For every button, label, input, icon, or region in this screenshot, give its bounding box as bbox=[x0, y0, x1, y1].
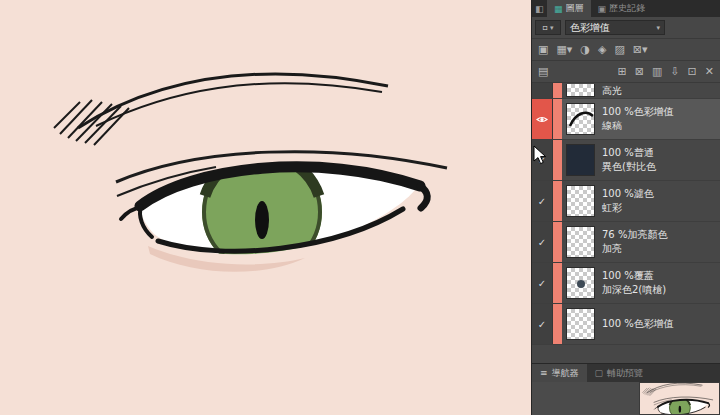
layer-row-darken-airbrush[interactable]: ✓ 100 %覆蓋 加深色2(噴槍) bbox=[532, 263, 720, 304]
layers-palette: ◧ ▦ 圖層 ▣ 歷史記錄 ▫ ▾ 色彩增值 ▾ ▣ ▦▾ bbox=[531, 0, 720, 415]
layer-blend-info: 100 %色彩增值 bbox=[602, 105, 716, 119]
check-icon: ✓ bbox=[538, 278, 546, 289]
navigator-tab-label: 導航器 bbox=[552, 367, 579, 380]
layer-row-highlight[interactable]: 高光 bbox=[532, 83, 720, 99]
navigator-preview-area[interactable] bbox=[532, 382, 720, 415]
layer-blend-info: 100 %濾色 bbox=[602, 187, 716, 201]
layer-color-strip bbox=[553, 99, 562, 139]
layer-row-dodge[interactable]: ✓ 76 %加亮顏色 加亮 bbox=[532, 222, 720, 263]
layer-color-strip bbox=[553, 304, 562, 344]
layer-name: 高光 bbox=[602, 84, 716, 98]
layer-blend-info: 100 %覆蓋 bbox=[602, 269, 716, 283]
visibility-toggle[interactable] bbox=[532, 99, 553, 139]
subview-tab-label: 輔助預覽 bbox=[607, 367, 643, 380]
chevron-down-icon: ▾ bbox=[550, 24, 554, 32]
palette-tab-bar: ◧ ▦ 圖層 ▣ 歷史記錄 bbox=[532, 0, 720, 17]
transfer-layer-icon[interactable]: ⊡ bbox=[688, 66, 697, 77]
layer-row-multiply-bottom[interactable]: ✓ 100 %色彩增值 bbox=[532, 304, 720, 345]
chevron-down-icon: ▾ bbox=[656, 24, 660, 32]
layer-thumbnail[interactable] bbox=[566, 185, 595, 217]
layer-toolbar-2: ▤ ⊞ ⊠ ▥ ⇩ ⊡ ✕ bbox=[532, 61, 720, 83]
history-tab-label: 歷史記錄 bbox=[609, 2, 645, 15]
eye-visible-icon bbox=[536, 115, 548, 124]
check-icon: ✓ bbox=[538, 319, 546, 330]
lock-alpha-icon[interactable]: ▨ bbox=[614, 44, 624, 55]
visibility-toggle[interactable]: ✓ bbox=[532, 222, 553, 262]
layer-thumbnail[interactable] bbox=[566, 84, 595, 97]
layer-color-dropdown[interactable]: ▫ ▾ bbox=[535, 20, 561, 35]
tone-grid-icon[interactable]: ▦▾ bbox=[556, 44, 572, 55]
drawing-canvas[interactable] bbox=[0, 0, 531, 415]
layer-color-strip bbox=[553, 83, 562, 98]
layer-thumbnail[interactable] bbox=[566, 144, 595, 176]
blend-mode-value: 色彩增值 bbox=[570, 21, 610, 35]
layer-name: 異色(對比色 bbox=[602, 160, 716, 174]
new-layer-icon[interactable]: ⊞ bbox=[618, 66, 627, 77]
check-icon: ✓ bbox=[538, 237, 546, 248]
layer-blend-info: 100 %色彩增值 bbox=[602, 317, 716, 331]
layer-color-strip bbox=[553, 222, 562, 262]
navigator-tab-bar: ≡ 導航器 ▢ 輔助預覽 bbox=[532, 363, 720, 382]
layers-tab-label: 圖層 bbox=[566, 2, 584, 15]
layer-blend-info: 76 %加亮顏色 bbox=[602, 228, 716, 242]
visibility-toggle[interactable]: ✓ bbox=[532, 140, 553, 180]
layer-color-strip bbox=[553, 140, 562, 180]
layer-row-lineart[interactable]: 100 %色彩增值 線稿 bbox=[532, 99, 720, 140]
navigator-tab-icon: ≡ bbox=[540, 368, 548, 378]
layer-name: 線稿 bbox=[602, 119, 716, 133]
layer-color-swatch-icon: ▫ bbox=[543, 23, 548, 32]
layer-thumbnail[interactable] bbox=[566, 103, 595, 135]
layer-thumbnail[interactable] bbox=[566, 226, 595, 258]
delete-layer-icon[interactable]: ✕ bbox=[705, 66, 714, 77]
layer-name: 虹彩 bbox=[602, 201, 716, 215]
tab-history[interactable]: ▣ 歷史記錄 bbox=[591, 0, 653, 17]
layer-row-iris[interactable]: ✓ 100 %濾色 虹彩 bbox=[532, 181, 720, 222]
layer-color-strip bbox=[553, 263, 562, 303]
layer-name: 加深色2(噴槍) bbox=[602, 283, 716, 297]
canvas-preview-thumbnail[interactable] bbox=[640, 383, 719, 414]
visibility-toggle[interactable]: ✓ bbox=[532, 263, 553, 303]
check-icon: ✓ bbox=[538, 196, 546, 207]
tab-navigator[interactable]: ≡ 導航器 bbox=[532, 364, 587, 382]
merge-down-icon[interactable]: ⇩ bbox=[670, 66, 679, 77]
panel-list-icon[interactable]: ▤ bbox=[538, 66, 548, 77]
subview-tab-icon: ▢ bbox=[595, 368, 604, 378]
visibility-toggle[interactable]: ✓ bbox=[532, 304, 553, 344]
new-folder-icon[interactable]: ▥ bbox=[652, 66, 662, 77]
check-icon: ✓ bbox=[538, 155, 546, 166]
pen-settings-icon[interactable]: ▣ bbox=[538, 44, 548, 55]
layers-tab-icon: ▦ bbox=[554, 4, 563, 14]
new-vector-layer-icon[interactable]: ⊠ bbox=[635, 66, 644, 77]
layer-color-strip bbox=[553, 181, 562, 221]
paint-app-window: ◧ ▦ 圖層 ▣ 歷史記錄 ▫ ▾ 色彩增值 ▾ ▣ ▦▾ bbox=[0, 0, 720, 415]
layer-name: 加亮 bbox=[602, 242, 716, 256]
lock-layer-icon[interactable]: ◈ bbox=[598, 44, 606, 55]
dock-menu-icon[interactable]: ◧ bbox=[532, 0, 547, 17]
visibility-toggle[interactable] bbox=[532, 83, 553, 98]
tab-subview[interactable]: ▢ 輔助預覽 bbox=[587, 364, 652, 382]
eye-artwork bbox=[0, 0, 531, 415]
layer-mask-icon[interactable]: ⊠▾ bbox=[633, 44, 648, 55]
history-tab-icon: ▣ bbox=[598, 4, 607, 14]
layer-thumbnail[interactable] bbox=[566, 267, 595, 299]
layer-thumbnail[interactable] bbox=[566, 308, 595, 340]
layer-toolbar-1: ▣ ▦▾ ◑ ◈ ▨ ⊠▾ bbox=[532, 39, 720, 61]
layer-list: 高光 100 %色彩增值 bbox=[532, 83, 720, 363]
contrast-icon[interactable]: ◑ bbox=[580, 44, 590, 55]
tab-layers[interactable]: ▦ 圖層 bbox=[547, 0, 591, 17]
blend-mode-row: ▫ ▾ 色彩增值 ▾ bbox=[532, 17, 720, 39]
layer-blend-info: 100 %普通 bbox=[602, 146, 716, 160]
visibility-toggle[interactable]: ✓ bbox=[532, 181, 553, 221]
blend-mode-dropdown[interactable]: 色彩增值 ▾ bbox=[565, 20, 665, 35]
layer-row-contrast-color[interactable]: ✓ 100 %普通 異色(對比色 bbox=[532, 140, 720, 181]
